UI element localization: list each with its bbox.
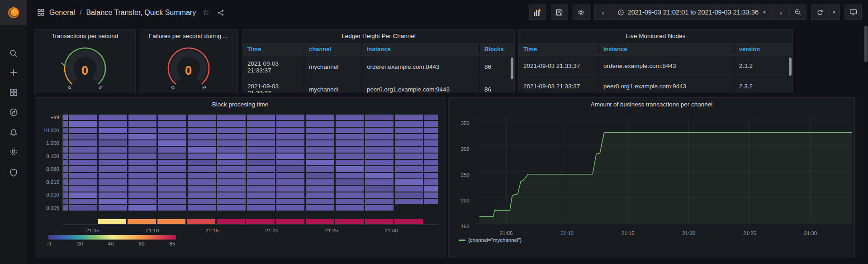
breadcrumb-section[interactable]: General: [49, 9, 75, 17]
heatmap-cell: [394, 219, 423, 224]
y-tick-label: 0.100: [37, 154, 59, 159]
heatmap-cell: [306, 147, 334, 152]
cycle-view-mode-button[interactable]: [844, 5, 862, 20]
table-row[interactable]: 2021-09-03 21:33:37mychannelorderer.exam…: [243, 55, 514, 78]
heatmap-cell: [69, 166, 97, 172]
column-header-instance[interactable]: instance: [598, 44, 734, 54]
time-shift-back-button[interactable]: ‹: [594, 5, 612, 20]
table-scrollbar[interactable]: [789, 58, 792, 76]
time-range-picker[interactable]: 2021-09-03 21:02:01 to 2021-09-03 21:33:…: [612, 5, 772, 20]
table-cell: 2021-09-03 21:33:37: [243, 78, 297, 93]
dashboard-settings-button[interactable]: [573, 5, 590, 20]
heatmap-cell: [99, 140, 127, 146]
heatmap-cell: [306, 115, 334, 120]
time-range-controls: ‹ 2021-09-03 21:02:01 to 2021-09-03 21:3…: [594, 5, 806, 20]
heatmap-cell: [188, 199, 216, 204]
sidebar-item-dashboards[interactable]: [0, 84, 27, 101]
legend-tick-label: 40: [108, 241, 114, 246]
gauge-value: 0: [62, 64, 108, 78]
grafana-logo[interactable]: [0, 0, 27, 25]
column-header-instance[interactable]: instance: [361, 44, 479, 54]
txchart-legend-item[interactable]: {channel="mychannel"}: [459, 237, 522, 243]
heatmap-cell: [158, 128, 186, 133]
table-cell: peer0.org1.example.com:9443: [598, 76, 734, 93]
panel-title[interactable]: Amount of business transactions per chan…: [449, 101, 854, 108]
add-panel-button[interactable]: [529, 5, 546, 20]
heatmap-cell: [128, 179, 157, 185]
sidebar-item-explore[interactable]: [0, 104, 27, 120]
y-tick-label: 0.015: [37, 179, 59, 185]
x-tick-label: 21:20: [682, 230, 695, 236]
panel-business-transactions: Amount of business transactions per chan…: [448, 97, 855, 258]
zoom-out-time-button[interactable]: [789, 5, 806, 20]
search-icon: [9, 49, 18, 58]
heatmap-cell: [99, 192, 127, 198]
heatmap-cell: [365, 166, 393, 172]
heatmap-cell: [63, 199, 68, 204]
heatmap-cells[interactable]: [62, 115, 438, 211]
column-header-version[interactable]: version: [734, 44, 792, 54]
ledger-table-body: 2021-09-03 21:33:37mychannelorderer.exam…: [243, 55, 514, 93]
table-row[interactable]: 2021-09-03 21:33:37orderer.example.com:8…: [519, 55, 792, 76]
heatmap-cell: [424, 166, 438, 172]
panel-title[interactable]: Ledger Height Per Channel: [243, 33, 514, 39]
heatmap-cell: [365, 219, 394, 224]
sidebar-item-server-admin[interactable]: [0, 164, 27, 181]
heatmap-cell: [99, 134, 127, 139]
refresh-button[interactable]: [811, 5, 828, 20]
sidebar-item-create[interactable]: [0, 64, 27, 81]
chevron-down-icon: ▼: [762, 10, 767, 14]
refresh-interval-dropdown[interactable]: ▼: [828, 5, 840, 20]
column-header-time[interactable]: Time: [243, 44, 304, 54]
heatmap-cell: [276, 173, 304, 178]
page-scrollbar[interactable]: [864, 26, 868, 62]
heatmap-cell: [188, 186, 216, 191]
heatmap-cell: [395, 179, 423, 185]
share-icon[interactable]: [217, 9, 224, 16]
heatmap-cell: [188, 121, 216, 126]
heatmap-cell: [335, 219, 364, 224]
page-title[interactable]: Balance Transfer, Quick Summary: [86, 9, 196, 17]
heatmap-cell: [99, 115, 127, 120]
column-header-time[interactable]: Time: [519, 44, 598, 54]
heatmap-cell: [63, 140, 68, 146]
column-header-blocks[interactable]: Blocks: [479, 44, 514, 54]
compass-icon: [9, 108, 18, 117]
heatmap-cell: [62, 219, 67, 224]
txchart-plot[interactable]: [475, 116, 852, 228]
sidebar-item-configuration[interactable]: [0, 144, 27, 160]
heatmap-cell: [306, 179, 334, 185]
y-tick-label: 0.050: [37, 166, 59, 172]
table-row[interactable]: 2021-09-03 21:33:37mychannelpeer0.org1.e…: [243, 78, 514, 93]
table-scrollbar[interactable]: [511, 58, 513, 79]
heatmap-cell: [276, 186, 304, 191]
heatmap-cell: [217, 134, 245, 139]
heatmap-cell: [336, 205, 364, 211]
column-header-channel[interactable]: channel: [304, 44, 361, 54]
heatmap-cell: [99, 199, 127, 204]
panel-title[interactable]: Live Monitored Nodes: [519, 33, 792, 39]
heatmap-cell: [306, 192, 334, 198]
table-cell: 2.3.2: [734, 76, 792, 93]
sidebar-item-alerting[interactable]: [0, 125, 27, 141]
panel-title[interactable]: Block procesing time: [35, 101, 445, 108]
heatmap-cell: [188, 154, 216, 159]
table-row[interactable]: 2021-09-03 21:33:37peer0.org1.example.co…: [519, 76, 792, 93]
heatmap-cell: [306, 160, 334, 165]
dashboard-grid-icon: [37, 9, 45, 16]
panel-title[interactable]: Failures per second during ...: [139, 33, 237, 39]
heatmap-cell: [365, 173, 393, 178]
heatmap-bottom-row[interactable]: [62, 219, 438, 225]
heatmap-cell: [63, 128, 68, 133]
panel-title[interactable]: Transactions per second: [34, 33, 135, 39]
heatmap-cell: [276, 140, 304, 146]
heatmap-cell: [158, 134, 186, 139]
heatmap-cell: [158, 154, 186, 159]
heatmap-cell: [158, 166, 186, 172]
sidebar-item-search[interactable]: [0, 45, 27, 62]
favorite-star-icon[interactable]: ☆: [202, 8, 209, 17]
time-shift-forward-button[interactable]: ›: [772, 5, 789, 20]
save-dashboard-button[interactable]: [551, 5, 568, 20]
heatmap-cell: [276, 160, 304, 165]
heatmap-cell: [98, 219, 127, 224]
